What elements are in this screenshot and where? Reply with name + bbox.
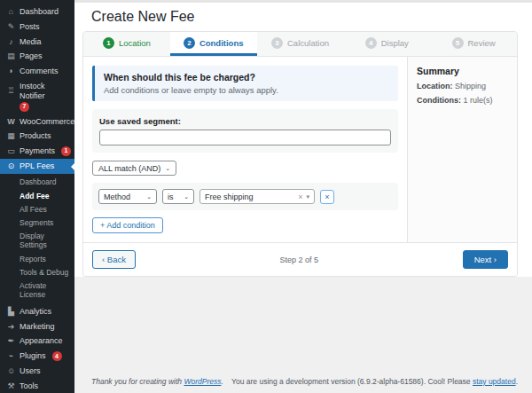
sidebar-item-label: Users [20, 366, 41, 376]
caret-down-icon: ▾ [306, 193, 309, 200]
summary-conditions-label: Conditions: [417, 96, 461, 105]
sidebar-item-label: Media [20, 37, 42, 47]
back-button[interactable]: ‹ Back [92, 250, 136, 269]
sidebar-item-tools[interactable]: ⚒ Tools [0, 379, 74, 393]
sidebar-item-instock-notifier[interactable]: ♖ Instock Notifier 7 [0, 79, 74, 114]
next-button[interactable]: Next › [463, 250, 508, 269]
sidebar-item-label: PPL Fees [20, 161, 54, 171]
submenu-item-all-fees[interactable]: All Fees [0, 202, 74, 216]
plugins-icon: ⌁ [6, 351, 16, 361]
match-mode-value: ALL match (AND) [98, 164, 160, 173]
wp-admin-window: ⌂ Dashboard ✎ Posts ♪ Media ▤ Pages ◗ Co… [0, 0, 532, 393]
sidebar-item-dashboard[interactable]: ⌂ Dashboard [0, 4, 74, 20]
step-label: Calculation [287, 38, 329, 48]
submenu-item-segments[interactable]: Segments [0, 216, 74, 230]
condition-operator-value: is [168, 193, 174, 201]
match-mode-select[interactable]: ALL match (AND) ⌄ [92, 161, 176, 176]
payments-badge: 1 [61, 146, 71, 156]
condition-field-select[interactable]: Method ⌄ [98, 189, 157, 204]
wizard-stepper: 1 Location 2 Conditions 3 Calculation 4 … [83, 32, 517, 57]
sidebar-item-woocommerce[interactable]: W WooCommerce [0, 114, 74, 130]
chevron-down-icon: ⌄ [165, 165, 170, 172]
sidebar-item-label: Pages [20, 51, 43, 61]
sidebar-item-label: Appearance [20, 336, 63, 346]
step-label: Review [468, 38, 496, 48]
condition-field-value: Method [104, 193, 130, 201]
page-title: Create New Fee [91, 9, 532, 25]
footer-thanks-text: Thank you for creating with WordPress. [91, 377, 223, 386]
sidebar-item-plugins[interactable]: ⌁ Plugins 4 [0, 349, 74, 364]
sidebar-item-media[interactable]: ♪ Media [0, 35, 74, 50]
summary-conditions-row: Conditions: 1 rule(s) [417, 96, 508, 105]
thanks-text: Thank you for creating with [91, 377, 184, 386]
submenu-item-display-settings[interactable]: Display Settings [0, 230, 74, 252]
wizard-footer: ‹ Back Step 2 of 5 Next › [83, 242, 517, 276]
version-text: You are using a development version (6.9… [231, 377, 473, 386]
sidebar-item-comments[interactable]: ◗ Comments [0, 64, 74, 79]
stay-updated-link[interactable]: stay updated [473, 377, 516, 386]
step-number-badge: 3 [271, 37, 283, 49]
sidebar-item-label: Dashboard [20, 7, 59, 17]
marketing-icon: ➔ [6, 322, 16, 332]
step-display[interactable]: 4 Display [343, 32, 430, 56]
summary-conditions-value: 1 rule(s) [461, 96, 493, 105]
condition-row: Method ⌄ is ⌄ Free shipping × ▾ [92, 183, 398, 210]
condition-value-text: Free shipping [205, 193, 254, 201]
step-review[interactable]: 5 Review [430, 32, 517, 56]
step-conditions[interactable]: 2 Conditions [170, 32, 257, 56]
submenu-item-dashboard[interactable]: Dashboard [0, 176, 74, 189]
saved-segment-input[interactable] [99, 130, 391, 145]
wordpress-link[interactable]: WordPress [184, 377, 221, 386]
summary-panel: Summary Location: Shipping Conditions: 1… [407, 57, 517, 242]
sidebar-item-pages[interactable]: ▤ Pages [0, 49, 74, 64]
thanks-suffix: . [221, 377, 223, 386]
chevron-down-icon: ⌄ [184, 193, 189, 200]
sidebar-item-label: Posts [20, 22, 40, 32]
sidebar-item-products[interactable]: ▦ Products [0, 129, 74, 144]
step-number-badge: 4 [365, 37, 377, 49]
info-subtitle: Add conditions or leave empty to always … [104, 85, 389, 95]
admin-sidebar: ⌂ Dashboard ✎ Posts ♪ Media ▤ Pages ◗ Co… [0, 0, 74, 393]
summary-location-row: Location: Shipping [417, 82, 508, 90]
ppl-fees-submenu: Dashboard Add Fee All Fees Segments Disp… [0, 174, 74, 304]
sidebar-item-ppl-fees[interactable]: ⊙ PPL Fees [0, 159, 74, 174]
submenu-item-activate-license[interactable]: Activate License [0, 279, 74, 301]
dashboard-icon: ⌂ [6, 7, 16, 17]
footer-version-text: You are using a development version (6.9… [231, 377, 518, 386]
summary-title: Summary [417, 66, 508, 76]
sidebar-item-posts[interactable]: ✎ Posts [0, 20, 74, 35]
posts-icon: ✎ [6, 22, 16, 32]
condition-value-select[interactable]: Free shipping × ▾ [200, 189, 315, 204]
instock-notifier-icon: ♖ [6, 86, 16, 96]
sidebar-item-marketing[interactable]: ➔ Marketing [0, 319, 74, 334]
sidebar-item-label: Analytics [20, 307, 51, 317]
clear-selection-icon[interactable]: × [298, 193, 302, 201]
content-background: Thank you for creating with WordPress. Y… [74, 277, 532, 393]
chevron-down-icon: ⌄ [146, 193, 152, 200]
pages-icon: ▤ [6, 51, 16, 61]
sidebar-item-label: Instock Notifier [20, 82, 68, 101]
sidebar-item-appearance[interactable]: ✒ Appearance [0, 334, 74, 349]
appearance-icon: ✒ [6, 336, 16, 346]
sidebar-item-analytics[interactable]: ▙ Analytics [0, 304, 74, 319]
instock-notifier-badge: 7 [20, 102, 29, 112]
condition-operator-select[interactable]: is ⌄ [162, 189, 194, 204]
conditions-pane: When should this fee be charged? Add con… [83, 57, 407, 242]
submenu-item-reports[interactable]: Reports [0, 252, 74, 265]
sidebar-item-users[interactable]: ☺ Users [0, 364, 74, 379]
remove-condition-button[interactable]: × [320, 190, 334, 204]
step-number-badge: 5 [452, 37, 464, 49]
step-calculation[interactable]: 3 Calculation [257, 32, 344, 56]
step-location[interactable]: 1 Location [83, 32, 170, 56]
submenu-item-add-fee[interactable]: Add Fee [0, 189, 74, 202]
sidebar-item-label: Products [20, 131, 51, 141]
step-number-badge: 2 [184, 37, 195, 49]
sidebar-item-payments[interactable]: ▭ Payments 1 [0, 144, 74, 159]
add-condition-button[interactable]: + Add condition [92, 217, 163, 233]
submenu-item-tools-debug[interactable]: Tools & Debug [0, 265, 74, 279]
payments-icon: ▭ [6, 146, 16, 156]
tools-icon: ⚒ [6, 381, 16, 391]
step-label: Conditions [200, 38, 244, 48]
info-title: When should this fee be charged? [104, 72, 389, 83]
step-indicator: Step 2 of 5 [280, 255, 319, 264]
